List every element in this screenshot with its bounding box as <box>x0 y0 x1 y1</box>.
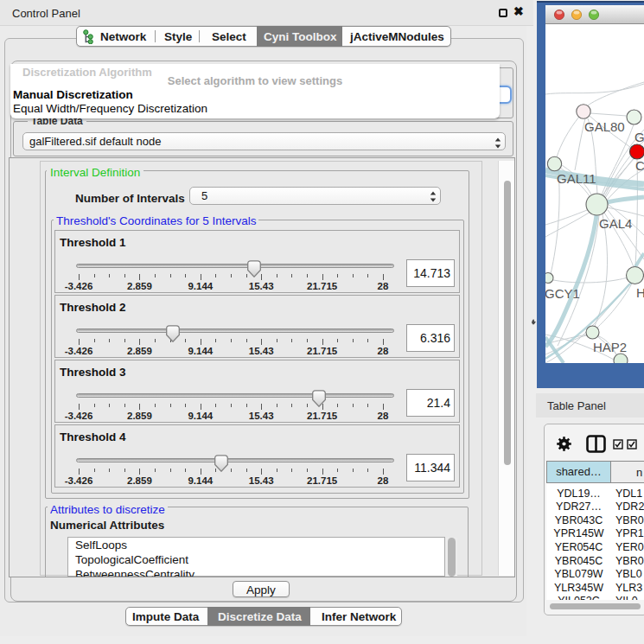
svg-text:GAL4: GAL4 <box>599 216 632 231</box>
svg-text:GCY1: GCY1 <box>545 286 580 301</box>
svg-text:GA: GA <box>634 130 644 144</box>
svg-text:H: H <box>636 285 644 300</box>
svg-text:CA: CA <box>635 158 644 173</box>
svg-text:GAL11: GAL11 <box>557 171 596 186</box>
svg-text:HAP2: HAP2 <box>593 340 627 354</box>
svg-text:GAL80: GAL80 <box>584 119 625 134</box>
